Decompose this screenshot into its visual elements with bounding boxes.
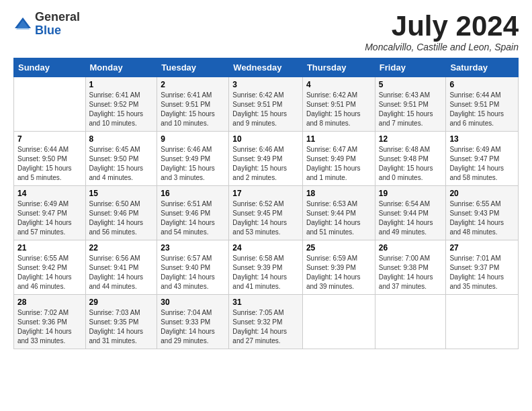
day-info: Sunrise: 7:05 AM Sunset: 9:32 PM Dayligh… xyxy=(232,308,299,346)
day-number: 5 xyxy=(379,80,443,89)
day-info: Sunrise: 6:42 AM Sunset: 9:51 PM Dayligh… xyxy=(306,91,371,128)
day-number: 17 xyxy=(232,189,299,198)
title-block: July 2024 Moncalvillo, Castille and Leon… xyxy=(365,11,519,52)
calendar-cell: 28Sunrise: 7:02 AM Sunset: 9:36 PM Dayli… xyxy=(14,295,86,349)
weekday-header-tuesday: Tuesday xyxy=(157,58,229,77)
day-info: Sunrise: 6:55 AM Sunset: 9:42 PM Dayligh… xyxy=(17,254,82,291)
calendar-cell: 11Sunrise: 6:47 AM Sunset: 9:49 PM Dayli… xyxy=(302,132,375,186)
day-number: 14 xyxy=(17,189,82,198)
weekday-header-monday: Monday xyxy=(85,58,157,77)
day-number: 24 xyxy=(232,243,299,253)
day-info: Sunrise: 7:00 AM Sunset: 9:38 PM Dayligh… xyxy=(379,254,443,291)
page-header: General Blue July 2024 Moncalvillo, Cast… xyxy=(13,11,519,52)
day-info: Sunrise: 6:53 AM Sunset: 9:44 PM Dayligh… xyxy=(306,199,371,237)
day-info: Sunrise: 7:04 AM Sunset: 9:33 PM Dayligh… xyxy=(161,308,225,346)
day-info: Sunrise: 6:51 AM Sunset: 9:46 PM Dayligh… xyxy=(161,199,225,237)
logo-blue-text: Blue xyxy=(35,24,61,37)
day-number: 2 xyxy=(161,80,225,89)
day-info: Sunrise: 6:55 AM Sunset: 9:43 PM Dayligh… xyxy=(449,199,515,237)
calendar-cell: 27Sunrise: 7:01 AM Sunset: 9:37 PM Dayli… xyxy=(446,240,519,295)
weekday-header-wednesday: Wednesday xyxy=(229,58,303,77)
day-info: Sunrise: 6:56 AM Sunset: 9:41 PM Dayligh… xyxy=(89,254,154,291)
weekday-header-saturday: Saturday xyxy=(446,58,519,77)
day-info: Sunrise: 6:52 AM Sunset: 9:45 PM Dayligh… xyxy=(232,199,299,237)
day-info: Sunrise: 6:48 AM Sunset: 9:48 PM Dayligh… xyxy=(379,145,443,183)
day-info: Sunrise: 6:54 AM Sunset: 9:44 PM Dayligh… xyxy=(379,199,443,237)
calendar-cell: 6Sunrise: 6:44 AM Sunset: 9:51 PM Daylig… xyxy=(446,77,519,132)
day-number: 11 xyxy=(306,134,371,144)
week-row-2: 7Sunrise: 6:44 AM Sunset: 9:50 PM Daylig… xyxy=(14,132,519,186)
calendar-cell: 5Sunrise: 6:43 AM Sunset: 9:51 PM Daylig… xyxy=(375,77,446,132)
day-info: Sunrise: 6:44 AM Sunset: 9:50 PM Dayligh… xyxy=(17,145,82,183)
calendar-cell: 26Sunrise: 7:00 AM Sunset: 9:38 PM Dayli… xyxy=(375,240,446,295)
day-number: 7 xyxy=(17,134,82,144)
day-info: Sunrise: 6:44 AM Sunset: 9:51 PM Dayligh… xyxy=(449,91,515,128)
day-info: Sunrise: 6:41 AM Sunset: 9:52 PM Dayligh… xyxy=(89,91,154,128)
day-info: Sunrise: 6:47 AM Sunset: 9:49 PM Dayligh… xyxy=(306,145,371,183)
calendar-cell: 16Sunrise: 6:51 AM Sunset: 9:46 PM Dayli… xyxy=(157,186,229,240)
calendar-cell: 15Sunrise: 6:50 AM Sunset: 9:46 PM Dayli… xyxy=(85,186,157,240)
day-number: 3 xyxy=(232,80,299,89)
day-number: 12 xyxy=(379,134,443,144)
day-info: Sunrise: 6:45 AM Sunset: 9:50 PM Dayligh… xyxy=(89,145,154,183)
day-info: Sunrise: 6:46 AM Sunset: 9:49 PM Dayligh… xyxy=(232,145,299,183)
calendar-cell: 25Sunrise: 6:59 AM Sunset: 9:39 PM Dayli… xyxy=(302,240,375,295)
logo-icon xyxy=(13,15,32,34)
day-number: 19 xyxy=(379,189,443,198)
day-info: Sunrise: 6:59 AM Sunset: 9:39 PM Dayligh… xyxy=(306,254,371,291)
calendar-cell: 29Sunrise: 7:03 AM Sunset: 9:35 PM Dayli… xyxy=(85,295,157,349)
calendar-cell: 22Sunrise: 6:56 AM Sunset: 9:41 PM Dayli… xyxy=(85,240,157,295)
day-number: 8 xyxy=(89,134,154,144)
logo-general-text: General xyxy=(35,10,80,24)
day-number: 26 xyxy=(379,243,443,253)
day-number: 13 xyxy=(449,134,515,144)
weekday-header-sunday: Sunday xyxy=(14,58,86,77)
week-row-1: 1Sunrise: 6:41 AM Sunset: 9:52 PM Daylig… xyxy=(14,77,519,132)
day-number: 28 xyxy=(17,298,82,307)
day-number: 25 xyxy=(306,243,371,253)
day-info: Sunrise: 6:57 AM Sunset: 9:40 PM Dayligh… xyxy=(161,254,225,291)
calendar-cell: 10Sunrise: 6:46 AM Sunset: 9:49 PM Dayli… xyxy=(229,132,303,186)
day-info: Sunrise: 6:50 AM Sunset: 9:46 PM Dayligh… xyxy=(89,199,154,237)
calendar-cell: 19Sunrise: 6:54 AM Sunset: 9:44 PM Dayli… xyxy=(375,186,446,240)
calendar-cell: 20Sunrise: 6:55 AM Sunset: 9:43 PM Dayli… xyxy=(446,186,519,240)
day-number: 23 xyxy=(161,243,225,253)
day-number: 29 xyxy=(89,298,154,307)
calendar-cell: 12Sunrise: 6:48 AM Sunset: 9:48 PM Dayli… xyxy=(375,132,446,186)
calendar-cell: 9Sunrise: 6:46 AM Sunset: 9:49 PM Daylig… xyxy=(157,132,229,186)
day-info: Sunrise: 6:58 AM Sunset: 9:39 PM Dayligh… xyxy=(232,254,299,291)
calendar-cell: 14Sunrise: 6:49 AM Sunset: 9:47 PM Dayli… xyxy=(14,186,86,240)
day-number: 15 xyxy=(89,189,154,198)
day-number: 20 xyxy=(449,189,515,198)
day-number: 9 xyxy=(161,134,225,144)
day-number: 21 xyxy=(17,243,82,253)
weekday-header-row: SundayMondayTuesdayWednesdayThursdayFrid… xyxy=(14,58,519,77)
day-info: Sunrise: 6:41 AM Sunset: 9:51 PM Dayligh… xyxy=(161,91,225,128)
calendar-cell: 31Sunrise: 7:05 AM Sunset: 9:32 PM Dayli… xyxy=(229,295,303,349)
calendar-cell: 4Sunrise: 6:42 AM Sunset: 9:51 PM Daylig… xyxy=(302,77,375,132)
day-number: 4 xyxy=(306,80,371,89)
month-title: July 2024 xyxy=(365,11,519,42)
calendar-cell: 30Sunrise: 7:04 AM Sunset: 9:33 PM Dayli… xyxy=(157,295,229,349)
day-number: 10 xyxy=(232,134,299,144)
weekday-header-thursday: Thursday xyxy=(302,58,375,77)
calendar-cell: 17Sunrise: 6:52 AM Sunset: 9:45 PM Dayli… xyxy=(229,186,303,240)
weekday-header-friday: Friday xyxy=(375,58,446,77)
day-number: 22 xyxy=(89,243,154,253)
day-info: Sunrise: 6:49 AM Sunset: 9:47 PM Dayligh… xyxy=(17,199,82,237)
day-number: 6 xyxy=(449,80,515,89)
calendar-cell: 24Sunrise: 6:58 AM Sunset: 9:39 PM Dayli… xyxy=(229,240,303,295)
calendar-cell xyxy=(302,295,375,349)
calendar-cell xyxy=(446,295,519,349)
week-row-5: 28Sunrise: 7:02 AM Sunset: 9:36 PM Dayli… xyxy=(14,295,519,349)
day-number: 31 xyxy=(232,298,299,307)
day-info: Sunrise: 6:46 AM Sunset: 9:49 PM Dayligh… xyxy=(161,145,225,183)
calendar-cell: 18Sunrise: 6:53 AM Sunset: 9:44 PM Dayli… xyxy=(302,186,375,240)
calendar-cell: 1Sunrise: 6:41 AM Sunset: 9:52 PM Daylig… xyxy=(85,77,157,132)
calendar-cell: 2Sunrise: 6:41 AM Sunset: 9:51 PM Daylig… xyxy=(157,77,229,132)
location: Moncalvillo, Castille and Leon, Spain xyxy=(365,42,519,52)
calendar-cell xyxy=(375,295,446,349)
day-number: 1 xyxy=(89,80,154,89)
calendar-cell: 7Sunrise: 6:44 AM Sunset: 9:50 PM Daylig… xyxy=(14,132,86,186)
calendar-cell: 8Sunrise: 6:45 AM Sunset: 9:50 PM Daylig… xyxy=(85,132,157,186)
